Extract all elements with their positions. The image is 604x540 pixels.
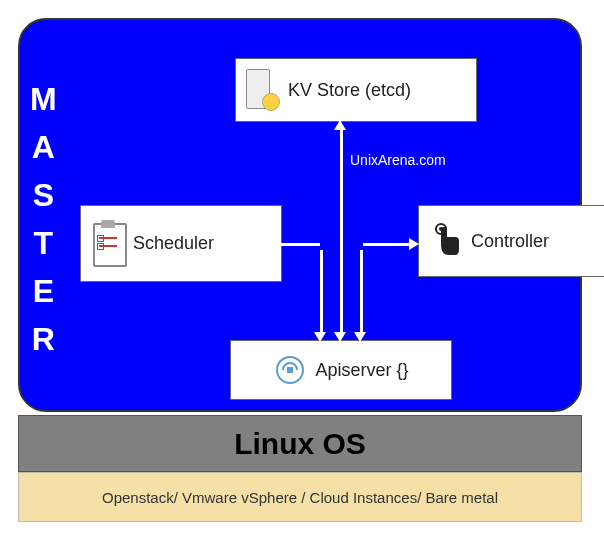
arrow-line [363,243,411,246]
master-letter: R [30,315,57,363]
arrowhead-icon [262,238,272,250]
master-letter: S [30,171,57,219]
apiserver-label: Apiserver {} [315,360,408,381]
touch-icon [429,221,463,261]
scheduler-label: Scheduler [133,233,214,254]
arrowhead-icon [334,120,346,130]
clipboard-icon [91,223,125,265]
diagram-canvas: M A S T E R KV Store (etcd) Scheduler [0,0,604,540]
arrow-line [272,243,320,246]
arrow-line [340,128,343,334]
apiserver-box: Apiserver {} [230,340,452,400]
arrowhead-icon [354,332,366,342]
master-letter: A [30,123,57,171]
scheduler-box: Scheduler [80,205,282,282]
master-letter: M [30,75,57,123]
arrowhead-icon [314,332,326,342]
kv-store-label: KV Store (etcd) [288,80,411,101]
server-icon [246,69,280,111]
arrowhead-icon [409,238,419,250]
master-letter: E [30,267,57,315]
svg-rect-3 [287,367,293,373]
arrow-line [320,250,323,334]
api-icon [273,353,307,387]
arrowhead-icon [334,332,346,342]
master-letter: T [30,219,57,267]
infrastructure-layer: Openstack/ Vmware vSphere / Cloud Instan… [18,472,582,522]
master-label: M A S T E R [30,75,57,363]
controller-label: Controller [471,231,549,252]
arrow-line [360,250,363,334]
master-container: M A S T E R KV Store (etcd) Scheduler [18,18,582,412]
linux-os-label: Linux OS [234,427,366,461]
infrastructure-label: Openstack/ Vmware vSphere / Cloud Instan… [102,489,498,506]
kv-store-box: KV Store (etcd) [235,58,477,122]
linux-os-layer: Linux OS [18,415,582,472]
attribution-label: UnixArena.com [350,152,446,168]
controller-box: Controller [418,205,604,277]
